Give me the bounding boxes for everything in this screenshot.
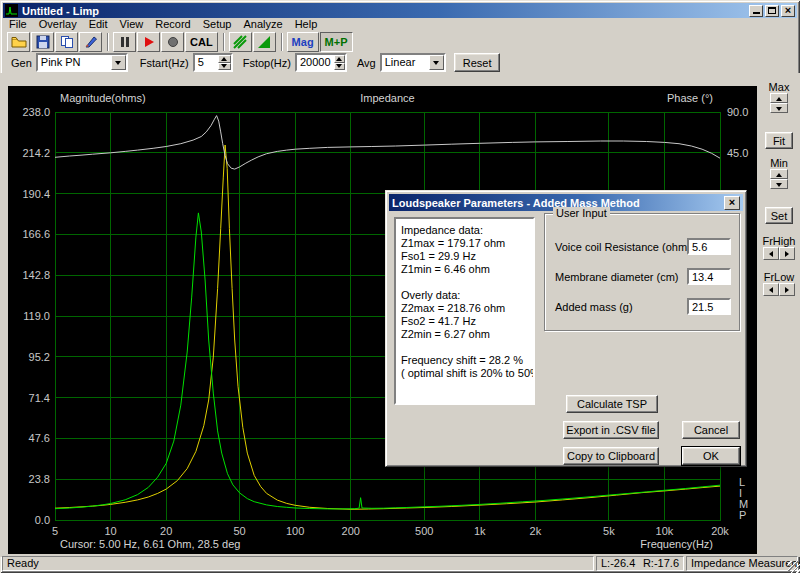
fstop-up-button[interactable] — [334, 55, 345, 63]
left-arrow-icon — [769, 251, 773, 257]
gen-value: Pink PN — [38, 55, 111, 70]
phase-axis-title: Phase (°) — [667, 92, 713, 104]
pause-button[interactable] — [113, 32, 136, 52]
mag-phase-view-button[interactable]: M+P — [320, 32, 353, 52]
x-tick-label: 20k — [711, 525, 729, 537]
generator-setup-button[interactable] — [79, 32, 102, 52]
added-mass-label: Added mass (g) — [555, 301, 633, 313]
reset-button[interactable]: Reset — [454, 53, 501, 72]
menu-analyze[interactable]: Analyze — [237, 18, 288, 31]
avg-dropdown-icon[interactable] — [429, 55, 444, 70]
cancel-button[interactable]: Cancel — [682, 421, 740, 439]
y-tick-label: 23.8 — [29, 473, 50, 485]
membrane-diameter-label: Membrane diameter (cm) — [555, 271, 678, 283]
fstart-input[interactable]: 5 — [193, 53, 233, 72]
x-tick-label: 500 — [415, 525, 433, 537]
up-arrow-icon — [776, 97, 782, 101]
frlow-left-button[interactable] — [763, 283, 779, 296]
fstop-label: Fstop(Hz) — [243, 57, 291, 69]
added-mass-input[interactable] — [687, 298, 731, 315]
up-arrow-icon — [776, 173, 782, 177]
save-button[interactable] — [31, 32, 54, 52]
resize-grip[interactable] — [788, 561, 800, 573]
open-button[interactable] — [7, 32, 30, 52]
pen-icon — [84, 35, 98, 49]
avg-select[interactable]: Linear — [380, 53, 446, 72]
menu-file[interactable]: File — [3, 18, 33, 31]
menu-setup[interactable]: Setup — [197, 18, 238, 31]
min-up-button[interactable] — [770, 169, 788, 179]
export-csv-button[interactable]: Export in .CSV file — [563, 421, 659, 439]
menu-record[interactable]: Record — [149, 18, 196, 31]
close-icon: × — [785, 5, 791, 16]
max-down-button[interactable] — [770, 103, 788, 113]
menu-help[interactable]: Help — [289, 18, 324, 31]
fstart-down-button[interactable] — [218, 63, 231, 71]
loudspeaker-parameters-dialog: Loudspeaker Parameters - Added Mass Meth… — [385, 190, 747, 467]
chart-title: Impedance — [360, 92, 414, 104]
max-spinner — [770, 93, 788, 113]
y-tick-label: 47.6 — [29, 432, 50, 444]
fstop-down-button[interactable] — [334, 63, 345, 71]
overlay-mode-button[interactable] — [253, 32, 276, 52]
menu-bar: FileOverlayEditViewRecordSetupAnalyzeHel… — [3, 18, 797, 31]
y-tick-label: 214.2 — [22, 147, 50, 159]
overlay-icon — [257, 35, 271, 49]
dialog-close-button[interactable]: × — [724, 196, 740, 210]
y-tick-label: 166.6 — [22, 228, 50, 240]
frlow-arrows — [763, 283, 795, 296]
x-tick-label: 20 — [160, 525, 172, 537]
play-icon — [143, 36, 155, 48]
max-up-button[interactable] — [770, 93, 788, 103]
minimize-icon — [753, 12, 760, 14]
avg-value: Linear — [382, 55, 429, 70]
voice-coil-resistance-input[interactable] — [687, 238, 731, 255]
frequency-axis-title: Frequency(Hz) — [640, 538, 713, 550]
fstart-label: Fstart(Hz) — [140, 57, 189, 69]
right-arrow-icon — [785, 287, 789, 293]
x-tick-label: 1k — [474, 525, 486, 537]
record-button[interactable] — [137, 32, 160, 52]
membrane-diameter-input[interactable] — [687, 268, 731, 285]
calculate-tsp-button[interactable]: Calculate TSP — [566, 395, 658, 413]
fit-button[interactable]: Fit — [765, 132, 793, 149]
frhigh-arrows — [763, 247, 795, 260]
calibrate-button[interactable]: CAL — [185, 32, 218, 52]
menu-overlay[interactable]: Overlay — [33, 18, 83, 31]
frhigh-right-button[interactable] — [779, 247, 795, 260]
fstop-input[interactable]: 20000 — [295, 53, 347, 72]
close-button[interactable]: × — [781, 5, 795, 17]
limp-window: Untitled - Limp × FileOverlayEditViewRec… — [0, 0, 800, 573]
spectrum-mode-button[interactable] — [229, 32, 252, 52]
menu-edit[interactable]: Edit — [83, 18, 114, 31]
gen-select[interactable]: Pink PN — [36, 53, 128, 72]
y-tick-label: 95.2 — [29, 351, 50, 363]
x-tick-label: 10k — [656, 525, 674, 537]
frhigh-left-button[interactable] — [763, 247, 779, 260]
right-control-panel: Max Fit Min Set FrHigh FrLow — [760, 75, 798, 555]
menu-view[interactable]: View — [114, 18, 150, 31]
max-label: Max — [760, 81, 798, 93]
fstart-up-button[interactable] — [218, 55, 231, 63]
x-tick-label: 2k — [530, 525, 542, 537]
gen-dropdown-icon[interactable] — [111, 55, 126, 70]
maximize-icon — [768, 7, 776, 14]
voice-coil-resistance-label: Voice coil Resistance (ohms) — [555, 241, 696, 253]
copy-to-clipboard-button[interactable]: Copy to Clipboard — [563, 447, 659, 465]
copy-icon — [60, 35, 74, 49]
copy-button[interactable] — [55, 32, 78, 52]
ok-button[interactable]: OK — [682, 447, 740, 465]
stop-button[interactable] — [161, 32, 184, 52]
y-tick-label: 119.0 — [23, 310, 50, 322]
parameters-info-box: Impedance data: Z1max = 179.17 ohm Fso1 … — [394, 217, 535, 405]
titlebar[interactable]: Untitled - Limp × — [3, 3, 797, 18]
y-tick-label: 142.8 — [22, 269, 50, 281]
set-button[interactable]: Set — [765, 207, 793, 224]
min-down-button[interactable] — [770, 179, 788, 189]
status-level-right: R:-17.6 — [643, 557, 679, 570]
magnitude-view-button[interactable]: Mag — [287, 32, 319, 52]
frlow-right-button[interactable] — [779, 283, 795, 296]
maximize-button[interactable] — [765, 5, 779, 17]
minimize-button[interactable] — [749, 5, 763, 17]
toolbar-separator — [281, 33, 283, 51]
